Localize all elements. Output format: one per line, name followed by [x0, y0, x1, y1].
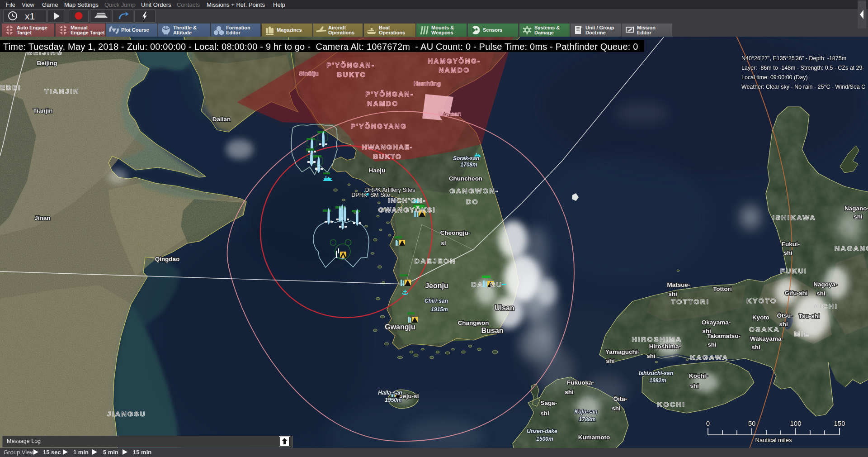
- svg-text:FUKUI: FUKUI: [780, 267, 807, 275]
- svg-text:P'YŎNGAN-: P'YŎNGAN-: [327, 61, 375, 69]
- svg-text:1982m: 1982m: [649, 377, 666, 384]
- svg-text:Tianjin: Tianjin: [33, 107, 52, 114]
- svg-text:100: 100: [790, 419, 801, 427]
- svg-text:0: 0: [706, 419, 710, 427]
- svg-text:DA GU: DA GU: [471, 281, 502, 288]
- svg-text:Takamatsu-: Takamatsu-: [707, 333, 741, 339]
- svg-text:1500m: 1500m: [536, 436, 553, 442]
- svg-text:shi: shi: [690, 382, 699, 389]
- svg-text:HWANGHAE-: HWANGHAE-: [362, 143, 413, 151]
- svg-text:shi: shi: [751, 344, 760, 351]
- svg-text:shi: shi: [540, 410, 549, 417]
- svg-text:Gifu-shi: Gifu-shi: [785, 290, 808, 296]
- svg-text:shi: shi: [783, 249, 793, 256]
- svg-text:Gwangju: Gwangju: [385, 323, 415, 331]
- svg-text:Ishizuchi-san: Ishizuchi-san: [639, 370, 673, 376]
- svg-text:HEBEI: HEBEI: [0, 84, 21, 91]
- svg-text:Hamhŭng: Hamhŭng: [414, 80, 441, 87]
- svg-text:shi: shi: [779, 321, 788, 328]
- svg-text:Haeju: Haeju: [369, 167, 386, 174]
- svg-text:1950m: 1950m: [385, 397, 402, 403]
- svg-text:Qingdao: Qingdao: [155, 256, 180, 262]
- svg-text:GANGWON-: GANGWON-: [449, 187, 499, 195]
- svg-text:P'YŎNGAN-: P'YŎNGAN-: [366, 90, 414, 98]
- svg-text:Kuju-san: Kuju-san: [574, 409, 597, 415]
- svg-text:KAGAWA: KAGAWA: [690, 353, 729, 361]
- svg-text:x1: x1: [25, 11, 35, 21]
- svg-text:MIE: MIE: [794, 330, 810, 338]
- svg-text:shi: shi: [646, 352, 656, 359]
- svg-text:shi: shi: [668, 290, 677, 297]
- svg-text:Wakayama-: Wakayama-: [750, 335, 783, 342]
- svg-text:Kōchi-: Kōchi-: [689, 372, 708, 379]
- svg-text:Jinan: Jinan: [34, 214, 50, 221]
- svg-text:Matsue-: Matsue-: [667, 281, 690, 288]
- svg-text:Cheongju-: Cheongju-: [440, 229, 471, 236]
- svg-text:OSAKA: OSAKA: [749, 325, 780, 333]
- svg-text:Nagano-: Nagano-: [844, 205, 868, 212]
- svg-text:HIROSHIMA: HIROSHIMA: [632, 335, 682, 343]
- svg-text:Ulsan: Ulsan: [495, 304, 514, 312]
- svg-text:shi: shi: [854, 213, 863, 220]
- svg-text:Jeju-si: Jeju-si: [400, 393, 419, 400]
- svg-text:TOTTORI: TOTTORI: [671, 298, 710, 305]
- svg-text:HAMGYŎNG-: HAMGYŎNG-: [428, 57, 481, 65]
- svg-text:1788m: 1788m: [579, 416, 596, 423]
- svg-text:shi: shi: [565, 389, 574, 395]
- svg-text:shi: shi: [612, 405, 621, 412]
- svg-text:si: si: [441, 240, 446, 247]
- svg-text:Saga-: Saga-: [541, 400, 557, 406]
- svg-text:Beijing: Beijing: [37, 60, 57, 67]
- svg-text:Dalian: Dalian: [212, 116, 231, 123]
- svg-text:DPRK SM Site: DPRK SM Site: [351, 192, 390, 198]
- svg-text:P'YŎNGYANG: P'YŎNGYANG: [351, 122, 407, 130]
- svg-text:Fukui-: Fukui-: [782, 241, 800, 248]
- svg-text:shi: shi: [606, 357, 615, 364]
- svg-text:shi: shi: [708, 341, 717, 348]
- svg-text:Chuncheon: Chuncheon: [449, 175, 482, 182]
- svg-text:DAEJEON: DAEJEON: [415, 257, 456, 265]
- svg-text:AICHI: AICHI: [813, 302, 838, 310]
- svg-text:Nagoya-: Nagoya-: [813, 281, 837, 288]
- svg-text:BUKTO: BUKTO: [373, 152, 402, 160]
- svg-text:Tsu-shi: Tsu-shi: [799, 313, 820, 319]
- svg-text:Chiri-san: Chiri-san: [425, 298, 448, 304]
- svg-text:TIANJIN: TIANJIN: [44, 87, 80, 95]
- svg-text:NAMDO: NAMDO: [439, 66, 470, 74]
- svg-text:Fukuoka-: Fukuoka-: [567, 379, 594, 386]
- svg-text:KYOTO: KYOTO: [746, 297, 777, 305]
- svg-text:Halla-san: Halla-san: [378, 390, 402, 396]
- svg-text:Unzen-dake: Unzen-dake: [527, 428, 557, 434]
- svg-text:Changwon: Changwon: [458, 319, 489, 326]
- svg-text:Ōtsu-: Ōtsu-: [777, 312, 793, 319]
- svg-text:Tottori: Tottori: [713, 286, 732, 292]
- svg-text:Jeonju: Jeonju: [425, 282, 448, 290]
- svg-text:shi: shi: [816, 290, 826, 297]
- svg-text:Yamaguchi-: Yamaguchi-: [605, 348, 640, 355]
- svg-text:150: 150: [834, 419, 845, 427]
- svg-text:KOCHI: KOCHI: [657, 400, 685, 408]
- svg-text:INCH'ON-: INCH'ON-: [388, 196, 426, 204]
- svg-text:Okayama-: Okayama-: [702, 319, 731, 326]
- svg-text:1915m: 1915m: [431, 306, 448, 313]
- svg-text:50: 50: [748, 419, 756, 427]
- svg-text:Sinŭiju: Sinŭiju: [299, 70, 318, 77]
- svg-text:BUKTO: BUKTO: [337, 71, 367, 78]
- svg-text:GWANGYŎKSI: GWANGYŎKSI: [378, 206, 436, 214]
- svg-text:Wŏnsan: Wŏnsan: [439, 110, 462, 117]
- svg-text:Sorak-san: Sorak-san: [453, 155, 479, 162]
- svg-text:Busan: Busan: [481, 327, 504, 334]
- svg-text:Kyoto: Kyoto: [752, 314, 769, 321]
- svg-text:1708m: 1708m: [460, 162, 477, 168]
- svg-text:Ōita-: Ōita-: [613, 395, 627, 402]
- svg-text:Nautical miles: Nautical miles: [755, 437, 792, 443]
- svg-text:Kumamoto: Kumamoto: [578, 434, 610, 441]
- svg-text:DO: DO: [466, 198, 479, 205]
- svg-text:ISHIKAWA: ISHIKAWA: [773, 214, 816, 221]
- svg-text:JIANGSU: JIANGSU: [107, 410, 146, 418]
- svg-text:NAMDO: NAMDO: [367, 100, 398, 107]
- svg-text:NAGANO: NAGANO: [835, 244, 868, 252]
- svg-text:Hiroshima-: Hiroshima-: [649, 343, 681, 350]
